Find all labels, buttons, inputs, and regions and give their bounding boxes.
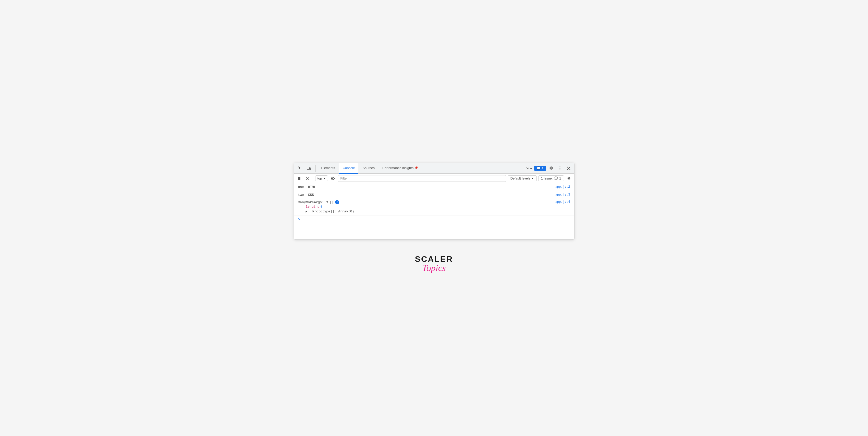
execute-script-button[interactable] bbox=[296, 175, 303, 182]
log-level-selector[interactable]: Default levels bbox=[508, 175, 537, 181]
live-expressions-button[interactable] bbox=[330, 175, 336, 182]
logo-section: SCALER Topics bbox=[415, 255, 453, 273]
clear-console-button[interactable] bbox=[304, 175, 311, 182]
console-value-one: HTML bbox=[308, 185, 316, 190]
array-section: manyMoreArgs: ▼ [] i length: 0 ▶ [[Proto… bbox=[298, 200, 555, 214]
svg-rect-0 bbox=[307, 167, 309, 170]
svg-point-3 bbox=[559, 168, 560, 169]
console-settings-button[interactable] bbox=[565, 175, 572, 182]
svg-point-4 bbox=[559, 169, 560, 170]
cursor-icon[interactable] bbox=[296, 165, 303, 172]
prototype-text: [[Prototype]]: Array(0) bbox=[308, 210, 354, 213]
svg-point-6 bbox=[332, 178, 333, 179]
devtools-tab-bar: Elements Console Sources Performance ins… bbox=[294, 163, 574, 174]
issues-count-badge-icon: 💬 bbox=[554, 176, 558, 180]
devtools-icon-group bbox=[296, 165, 316, 172]
device-toggle-icon[interactable] bbox=[305, 165, 312, 172]
console-row-two: two: CSS app.js:3 bbox=[294, 191, 574, 199]
svg-rect-1 bbox=[310, 168, 311, 170]
console-row-one: one: HTML app.js:2 bbox=[294, 183, 574, 191]
expand-arrow-icon[interactable]: ▶ bbox=[306, 210, 308, 213]
console-link-two[interactable]: app.js:3 bbox=[555, 193, 570, 197]
console-value-two: CSS bbox=[308, 193, 314, 198]
issues-count-display[interactable]: 1 Issue: 💬 1 bbox=[538, 175, 564, 181]
devtools-window: Elements Console Sources Performance ins… bbox=[294, 163, 575, 240]
console-key-two: two: bbox=[298, 193, 306, 198]
issues-badge[interactable]: 💬 1 bbox=[534, 166, 546, 171]
console-prompt[interactable]: > bbox=[294, 215, 574, 224]
scaler-logo: SCALER Topics bbox=[415, 255, 453, 273]
context-selector[interactable]: top bbox=[315, 175, 328, 181]
gear-icon bbox=[567, 177, 571, 180]
length-prop-row: length: 0 bbox=[306, 204, 555, 209]
tab-performance-insights[interactable]: Performance insights 📌 bbox=[379, 163, 422, 174]
console-output: one: HTML app.js:2 two: CSS app.js:3 man… bbox=[294, 183, 574, 239]
pin-icon: 📌 bbox=[414, 166, 418, 170]
filter-input[interactable] bbox=[338, 175, 506, 182]
more-options-button[interactable] bbox=[556, 165, 563, 172]
console-link-many[interactable]: app.js:4 bbox=[555, 200, 570, 204]
eye-icon bbox=[331, 177, 335, 180]
console-key-many: manyMoreArgs: bbox=[298, 200, 324, 204]
more-tabs-button[interactable]: » bbox=[526, 165, 533, 172]
svg-point-2 bbox=[559, 166, 560, 167]
close-devtools-button[interactable] bbox=[565, 165, 572, 172]
log-level-dropdown-icon bbox=[531, 177, 534, 180]
collapse-arrow-icon[interactable]: ▼ bbox=[327, 201, 328, 204]
console-toolbar: top Default levels 1 Issue: 💬 1 bbox=[294, 174, 574, 183]
tabs-right-group: » 💬 1 bbox=[526, 165, 572, 172]
console-link-one[interactable]: app.js:2 bbox=[555, 185, 570, 189]
dropdown-arrow-icon bbox=[323, 177, 326, 180]
array-properties: length: 0 ▶ [[Prototype]]: Array(0) bbox=[298, 204, 555, 214]
tab-console[interactable]: Console bbox=[339, 163, 359, 174]
tab-sources[interactable]: Sources bbox=[359, 163, 378, 174]
scaler-brand-text: SCALER bbox=[415, 255, 453, 263]
length-key: length: bbox=[306, 205, 320, 208]
issues-badge-icon: 💬 bbox=[537, 167, 540, 170]
info-icon: i bbox=[335, 200, 339, 204]
array-header: manyMoreArgs: ▼ [] i bbox=[298, 200, 555, 204]
length-value: 0 bbox=[320, 205, 322, 208]
console-key-one: one: bbox=[298, 185, 306, 190]
topics-brand-text: Topics bbox=[415, 263, 453, 273]
tab-elements[interactable]: Elements bbox=[318, 163, 339, 174]
settings-button[interactable] bbox=[548, 165, 555, 172]
console-row-many-more-args: manyMoreArgs: ▼ [] i length: 0 ▶ [[Proto… bbox=[294, 199, 574, 215]
array-bracket: [] bbox=[330, 200, 334, 204]
prototype-row: ▶ [[Prototype]]: Array(0) bbox=[306, 209, 555, 214]
prompt-chevron: > bbox=[298, 217, 300, 222]
